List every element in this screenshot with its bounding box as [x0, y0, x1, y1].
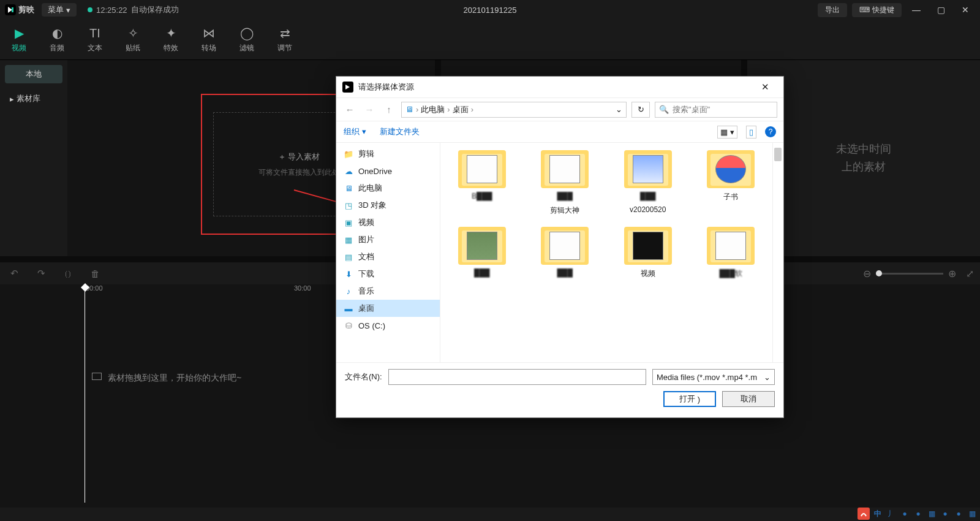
tree-item[interactable]: ☁OneDrive	[336, 162, 440, 180]
shortcut-button[interactable]: ⌨ 快捷键	[852, 3, 902, 17]
tree-item-label: 音乐	[358, 286, 374, 297]
tree-item-label: 下载	[358, 268, 374, 280]
tree-item[interactable]: ▤文档	[336, 248, 440, 265]
statusbar	[0, 508, 980, 521]
export-button[interactable]: 导出	[818, 3, 847, 17]
tree-item-label: 此电脑	[358, 183, 382, 194]
file-item[interactable]: ███软	[692, 227, 771, 279]
svg-rect-1	[12, 7, 13, 12]
tree-item-icon: ◳	[344, 200, 353, 210]
filename-input[interactable]	[388, 369, 646, 385]
dialog-app-icon	[342, 82, 353, 93]
new-folder-button[interactable]: 新建文件夹	[380, 126, 420, 137]
nav-up-button[interactable]: ↑	[382, 104, 396, 115]
ime-icon[interactable]	[858, 508, 870, 520]
status-dot-icon	[88, 7, 92, 12]
undo-button[interactable]: ↶	[6, 268, 22, 279]
nav-back-button[interactable]: ←	[342, 104, 357, 115]
close-button[interactable]: ✕	[956, 5, 975, 15]
tab-video[interactable]: ▶视频	[0, 20, 38, 59]
file-name: ███软	[719, 268, 742, 279]
maximize-button[interactable]: ▢	[931, 5, 951, 15]
file-item[interactable]: ███v20200520	[609, 150, 687, 216]
import-hint: 可将文件直接拖入到此处	[258, 167, 339, 178]
tree-item-label: OS (C:)	[358, 321, 385, 330]
dialog-toolbar: 组织 ▾ 新建文件夹 ▦ ▾ ▯ ?	[336, 121, 783, 143]
tab-text[interactable]: TI文本	[76, 20, 114, 59]
tab-audio[interactable]: ◐音频	[38, 20, 76, 59]
file-item[interactable]: ███	[443, 227, 521, 279]
effect-icon: ✦	[166, 26, 176, 40]
tray-icon[interactable]: ▦	[926, 508, 937, 519]
view-mode-button[interactable]: ▦ ▾	[717, 126, 737, 139]
tray-icon[interactable]: 丿	[886, 508, 897, 519]
menu-button[interactable]: 菜单 ▾	[42, 3, 77, 17]
tab-adjust[interactable]: ⇄调节	[266, 20, 304, 59]
file-name: 视频	[641, 268, 655, 279]
minimize-button[interactable]: —	[907, 5, 926, 15]
tab-transition[interactable]: ⋈转场	[190, 20, 228, 59]
tray-icon[interactable]: 中	[872, 508, 883, 519]
path-bar[interactable]: 🖥 › 此电脑 › 桌面 › ⌄	[401, 102, 627, 118]
delete-button[interactable]: 🗑	[87, 268, 103, 279]
tree-item[interactable]: ⛁OS (C:)	[336, 317, 440, 334]
search-icon: 🔍	[659, 105, 669, 114]
tray-icon[interactable]: ▦	[967, 508, 978, 519]
tree-item[interactable]: 📁剪辑	[336, 145, 440, 162]
chevron-down-icon[interactable]: ⌄	[616, 105, 622, 114]
file-item[interactable]: ███	[526, 227, 605, 279]
file-open-dialog: 请选择媒体资源 ✕ ← → ↑ 🖥 › 此电脑 › 桌面 › ⌄ ↻ 🔍 搜索"…	[336, 76, 784, 418]
tab-effect[interactable]: ✦特效	[152, 20, 190, 59]
dialog-close-button[interactable]: ✕	[753, 82, 777, 93]
filetype-select[interactable]: Media files (*.mov *.mp4 *.m⌄	[652, 369, 775, 385]
video-icon: ▶	[15, 26, 24, 40]
tab-filter[interactable]: ◯滤镜	[228, 20, 266, 59]
search-input[interactable]: 🔍 搜索"桌面"	[655, 102, 777, 118]
redo-button[interactable]: ↷	[33, 268, 49, 279]
tree-item[interactable]: ▣视频	[336, 214, 440, 231]
folder-icon	[541, 150, 589, 188]
split-button[interactable]: ⟮⟯	[60, 268, 76, 279]
tab-sticker[interactable]: ✧贴纸	[114, 20, 152, 59]
file-name: 子书	[723, 192, 738, 202]
tree-item[interactable]: ♪音乐	[336, 283, 440, 300]
tree-item-label: 图片	[358, 234, 374, 245]
tray-icon[interactable]: ●	[913, 508, 924, 519]
tree-item[interactable]: ▦图片	[336, 231, 440, 248]
tray-icon[interactable]: ●	[940, 508, 951, 519]
open-button[interactable]: 打开 )	[663, 391, 716, 407]
folder-icon	[458, 227, 506, 265]
file-name: ███	[640, 192, 656, 202]
zoom-out-icon[interactable]: ⊖	[863, 268, 871, 280]
tree-item[interactable]: 🖥此电脑	[336, 180, 440, 197]
zoom-fit-icon[interactable]: ⤢	[966, 268, 974, 280]
scrollbar[interactable]	[772, 143, 783, 362]
tree-item[interactable]: ▬桌面	[336, 300, 440, 317]
file-item[interactable]: ███剪辑大神	[526, 150, 605, 216]
help-button[interactable]: ?	[765, 126, 776, 137]
cancel-button[interactable]: 取消	[722, 391, 775, 407]
file-item[interactable]: 视频	[609, 227, 687, 279]
refresh-button[interactable]: ↻	[631, 102, 650, 118]
file-item[interactable]: 子书	[692, 150, 771, 216]
file-item[interactable]: B███	[443, 150, 521, 216]
app-logo: 剪映	[5, 4, 34, 15]
tree-item[interactable]: ◳3D 对象	[336, 197, 440, 214]
sidebar-library[interactable]: ▸ 素材库	[5, 89, 62, 108]
tray-icon[interactable]: ●	[953, 508, 964, 519]
tray-icon[interactable]: ●	[899, 508, 910, 519]
organize-dropdown[interactable]: 组织 ▾	[344, 126, 366, 137]
path-segment[interactable]: 桌面	[453, 104, 469, 115]
tree-item-icon: ▦	[344, 235, 353, 245]
sidebar-local[interactable]: 本地	[5, 65, 62, 83]
zoom-in-icon[interactable]: ⊕	[948, 268, 956, 280]
system-tray: 中 丿 ● ● ▦ ● ● ▦	[858, 508, 978, 520]
zoom-slider[interactable]	[876, 273, 943, 275]
folder-icon	[624, 227, 672, 265]
preview-pane-button[interactable]: ▯	[746, 126, 756, 139]
path-segment[interactable]: 此电脑	[421, 104, 445, 115]
nav-forward-button[interactable]: →	[362, 104, 377, 115]
tree-item[interactable]: ⬇下载	[336, 265, 440, 283]
folder-icon	[458, 150, 506, 188]
autosave-text: 自动保存成功	[131, 4, 179, 15]
